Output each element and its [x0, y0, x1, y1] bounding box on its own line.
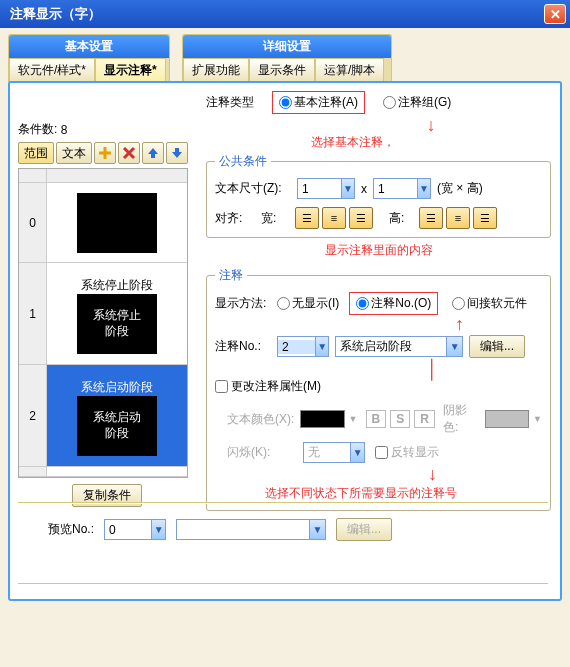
radio-comment-no[interactable]: 注释No.(O)	[349, 292, 438, 315]
preview-edit-button[interactable]: 编辑...	[336, 518, 392, 541]
tabgroup-detail-label: 详细设置	[183, 35, 391, 58]
arrow-icon-3: │	[323, 360, 542, 378]
tabgroup-basic: 基本设置 软元件/样式* 显示注释*	[8, 34, 170, 82]
up-icon-button[interactable]	[142, 142, 164, 164]
text-color-label: 文本颜色(X):	[227, 411, 296, 428]
edit-button[interactable]: 编辑...	[469, 335, 525, 358]
close-button[interactable]: ✕	[544, 4, 566, 24]
tab-show-comment[interactable]: 显示注释*	[95, 58, 166, 82]
change-attr-checkbox[interactable]: 更改注释属性(M)	[215, 378, 321, 395]
tabgroup-detail: 详细设置 扩展功能 显示条件 运算/脚本	[182, 34, 392, 82]
legend-comment: 注释	[215, 267, 247, 284]
toolbar: 范围 文本	[18, 142, 196, 164]
arrow-icon-2: ↑	[377, 315, 542, 333]
content-area: 基本设置 软元件/样式* 显示注释* 详细设置 扩展功能 显示条件 运算/脚本 …	[0, 28, 570, 611]
conditions-label: 条件数:	[18, 121, 57, 138]
down-icon-button[interactable]	[166, 142, 188, 164]
shadow-color-swatch[interactable]	[485, 410, 529, 428]
main-panel: 条件数: 8 范围 文本 0 1 系统停	[8, 81, 562, 601]
tab-device-style[interactable]: 软元件/样式*	[9, 58, 95, 82]
tab-script[interactable]: 运算/脚本	[315, 58, 384, 82]
list-row-2[interactable]: 2 系统启动阶段 系统启动 阶段	[19, 365, 187, 467]
blink-combo[interactable]: ▼	[303, 442, 365, 463]
add-icon-button[interactable]	[94, 142, 116, 164]
list-row-0[interactable]: 0	[19, 183, 187, 263]
radio-basic-annotation[interactable]: 基本注释(A)	[272, 91, 365, 114]
align-center-icon[interactable]: ≡	[322, 207, 346, 229]
valign-mid-icon[interactable]: ≡	[446, 207, 470, 229]
width-label: 宽:	[261, 210, 289, 227]
radio-indirect[interactable]: 间接软元件	[452, 295, 527, 312]
text-color-swatch[interactable]	[300, 410, 344, 428]
valign-top-icon[interactable]: ☰	[419, 207, 443, 229]
align-left-icon[interactable]: ☰	[295, 207, 319, 229]
align-label: 对齐:	[215, 210, 255, 227]
fieldset-comment: 注释 显示方法: 无显示(I) 注释No.(O) 间接软元件 ↑ 注释No.: …	[206, 267, 551, 511]
tab-extend[interactable]: 扩展功能	[183, 58, 249, 82]
comment-no-label: 注释No.:	[215, 338, 271, 355]
range-button[interactable]: 范围	[18, 142, 54, 164]
hint-select-basic: 选择基本注释，	[311, 134, 551, 151]
legend-common: 公共条件	[215, 153, 271, 170]
tab-bar: 基本设置 软元件/样式* 显示注释* 详细设置 扩展功能 显示条件 运算/脚本	[8, 34, 562, 82]
radio-annotation-group[interactable]: 注释组(G)	[383, 94, 451, 111]
method-label: 显示方法:	[215, 295, 271, 312]
caption-2: 系统启动阶段	[81, 379, 153, 396]
list-row-1[interactable]: 1 系统停止阶段 系统停止 阶段	[19, 263, 187, 365]
delete-icon-button[interactable]	[118, 142, 140, 164]
window-title: 注释显示（字）	[10, 5, 544, 23]
conditions-count: 8	[61, 123, 68, 137]
title-bar: 注释显示（字） ✕	[0, 0, 570, 28]
hint-inside: 显示注释里面的内容	[206, 242, 551, 259]
arrow-icon-4: ↓	[323, 465, 542, 483]
radio-none[interactable]: 无显示(I)	[277, 295, 339, 312]
hint-select-no: 选择不同状态下所需要显示的注释号	[265, 485, 542, 502]
tab-show-cond[interactable]: 显示条件	[249, 58, 315, 82]
raised-button[interactable]: R	[414, 410, 435, 428]
height-label: 高:	[389, 210, 413, 227]
shadow-button[interactable]: S	[390, 410, 410, 428]
fieldset-common: 公共条件 文本尺寸(Z): ▼ x ▼ (宽 × 高) 对齐: 宽: ☰ ≡ ☰	[206, 153, 551, 238]
caption-1: 系统停止阶段	[81, 277, 153, 294]
comment-no-combo[interactable]: ▼	[277, 336, 329, 357]
text-button[interactable]: 文本	[56, 142, 92, 164]
thumb-1: 系统停止 阶段	[77, 294, 157, 354]
right-column: 注释类型 基本注释(A) 注释组(G) ↓ 选择基本注释， 公共条件 文本尺寸(…	[206, 91, 551, 511]
comment-name-combo[interactable]: ▼	[335, 336, 463, 357]
valign-bot-icon[interactable]: ☰	[473, 207, 497, 229]
reverse-checkbox[interactable]: 反转显示	[375, 444, 439, 461]
thumb-0	[77, 193, 157, 253]
size-w-combo[interactable]: ▼	[297, 178, 355, 199]
tabgroup-basic-label: 基本设置	[9, 35, 169, 58]
annotation-type-label: 注释类型	[206, 94, 254, 111]
size-h-combo[interactable]: ▼	[373, 178, 431, 199]
preview-text-combo[interactable]: ▼	[176, 519, 326, 540]
bold-button[interactable]: B	[366, 410, 387, 428]
align-right-icon[interactable]: ☰	[349, 207, 373, 229]
preview-no-combo[interactable]: ▼	[104, 519, 166, 540]
wh-label: (宽 × 高)	[437, 180, 483, 197]
preview-label: 预览No.:	[48, 521, 94, 538]
blink-label: 闪烁(K):	[227, 444, 299, 461]
text-size-label: 文本尺寸(Z):	[215, 180, 291, 197]
footer: 预览No.: ▼ ▼ 编辑...	[18, 502, 548, 541]
condition-list: 0 1 系统停止阶段 系统停止 阶段 2 系统启动阶段 系统启动 阶段	[18, 168, 188, 478]
shadow-color-label: 阴影色:	[443, 402, 481, 436]
arrow-down-icon: ↓	[311, 116, 551, 134]
thumb-2: 系统启动 阶段	[77, 396, 157, 456]
